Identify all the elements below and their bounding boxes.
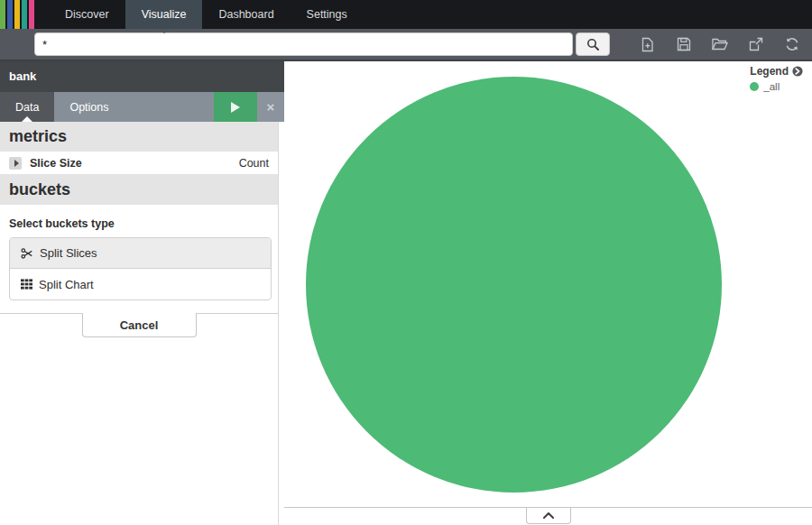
- active-editor-tab-notch: [22, 116, 32, 122]
- legend-item-all[interactable]: _all: [750, 81, 803, 92]
- save-icon: [677, 37, 691, 51]
- legend-title: Legend: [750, 65, 789, 78]
- expand-metric-button[interactable]: [9, 157, 22, 170]
- metrics-section-heading: metrics: [0, 122, 278, 152]
- tab-data[interactable]: Data: [0, 92, 54, 122]
- metric-aggregation-value: Count: [239, 157, 269, 170]
- content-area: bank Data Options × metrics Slice Size: [0, 61, 812, 525]
- slice-size-row: Slice Size Count: [0, 152, 278, 174]
- active-tab-notch: [159, 29, 170, 33]
- legend-header[interactable]: Legend: [750, 65, 803, 78]
- nav-tab-settings[interactable]: Settings: [291, 0, 364, 29]
- new-visualization-button[interactable]: [638, 34, 657, 54]
- legend-item-label: _all: [763, 81, 780, 92]
- legend: Legend _all: [750, 65, 803, 92]
- cancel-button[interactable]: Cancel: [82, 313, 197, 337]
- query-input[interactable]: [34, 32, 573, 56]
- search-button[interactable]: [576, 32, 610, 56]
- vis-editor-sidebar: bank Data Options × metrics Slice Size: [0, 61, 284, 525]
- refresh-icon: [785, 37, 799, 51]
- nav-tab-visualize[interactable]: Visualize: [125, 0, 203, 29]
- new-document-icon: [641, 37, 654, 52]
- scissors-icon: [21, 247, 33, 260]
- spy-panel-toggle-button[interactable]: [526, 508, 571, 524]
- apply-changes-button[interactable]: [214, 92, 257, 122]
- top-navbar: Discover Visualize Dashboard Settings: [0, 0, 812, 29]
- discard-changes-button[interactable]: ×: [257, 92, 284, 122]
- editor-tabbar: Data Options ×: [0, 92, 284, 122]
- tab-data-label: Data: [15, 101, 39, 114]
- tabbar-spacer: [125, 92, 215, 122]
- metric-label: Slice Size: [30, 157, 82, 170]
- logo-stripe: [29, 0, 34, 29]
- logo-stripe: [14, 0, 20, 29]
- index-pattern-header: bank: [0, 61, 284, 92]
- bucket-option-split-chart[interactable]: Split Chart: [10, 269, 271, 299]
- select-buckets-type-label: Select buckets type: [9, 217, 269, 230]
- nav-tab-dashboard[interactable]: Dashboard: [202, 0, 290, 29]
- close-icon: ×: [267, 99, 275, 115]
- nav-tab-visualize-label: Visualize: [142, 8, 187, 21]
- caret-right-icon: [14, 160, 19, 167]
- logo-stripe: [0, 0, 5, 29]
- load-visualization-button[interactable]: [710, 34, 729, 54]
- bucket-option-split-slices[interactable]: Split Slices: [10, 238, 271, 269]
- legend-toggle-icon[interactable]: [792, 66, 803, 77]
- bucket-type-list: Split Slices Split Chart: [9, 237, 272, 300]
- visualization-canvas: Legend _all: [284, 61, 812, 525]
- share-visualization-button[interactable]: [746, 34, 765, 54]
- editor-scroll-region[interactable]: metrics Slice Size Count buckets Select …: [0, 122, 279, 525]
- logo-stripe: [7, 0, 13, 29]
- pie-slice-all[interactable]: [306, 77, 722, 493]
- logo-stripe: [22, 0, 27, 29]
- folder-open-icon: [712, 38, 728, 51]
- share-icon: [749, 37, 763, 51]
- spy-panel-divider: [284, 507, 812, 508]
- bucket-option-label: Split Chart: [39, 278, 94, 291]
- buckets-section-heading: buckets: [0, 174, 278, 205]
- tab-options[interactable]: Options: [54, 92, 124, 122]
- buckets-body: Select buckets type Split Slices Split C…: [0, 205, 278, 300]
- grid-icon: [21, 279, 32, 290]
- save-visualization-button[interactable]: [674, 34, 693, 54]
- kibana-logo: [0, 0, 49, 29]
- bucket-option-label: Split Slices: [40, 246, 97, 260]
- nav-tab-discover[interactable]: Discover: [49, 0, 125, 29]
- toolbar-actions: [638, 34, 801, 54]
- play-icon: [231, 102, 240, 113]
- legend-color-dot: [750, 82, 759, 91]
- cancel-section: Cancel: [0, 313, 278, 340]
- refresh-button[interactable]: [782, 34, 801, 54]
- search-icon: [586, 38, 599, 51]
- chevron-up-icon: [543, 512, 554, 519]
- query-toolbar: [0, 29, 812, 61]
